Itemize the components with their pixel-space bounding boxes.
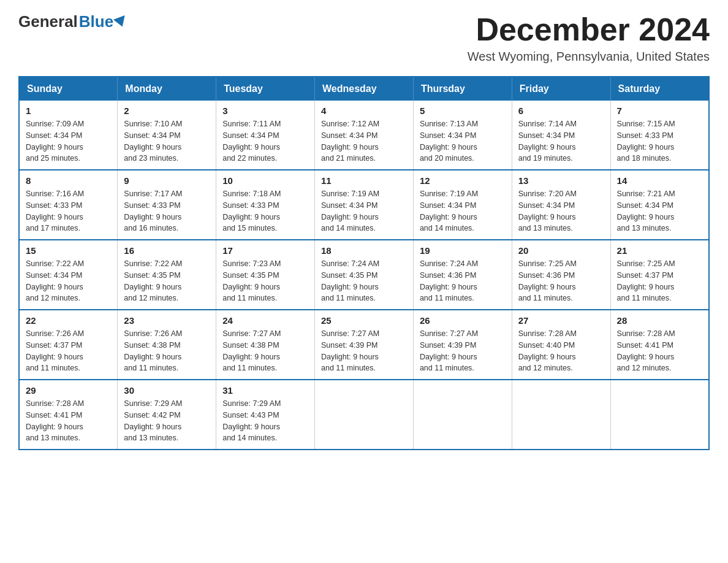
calendar-cell: [413, 380, 512, 450]
logo-triangle-icon: [113, 15, 128, 29]
day-info: Sunrise: 7:14 AM Sunset: 4:34 PM Dayligh…: [518, 118, 604, 164]
calendar-cell: 19 Sunrise: 7:24 AM Sunset: 4:36 PM Dayl…: [413, 240, 512, 310]
calendar-table: SundayMondayTuesdayWednesdayThursdayFrid…: [18, 76, 710, 450]
day-number: 20: [518, 245, 604, 256]
day-info: Sunrise: 7:28 AM Sunset: 4:41 PM Dayligh…: [26, 398, 111, 444]
logo-general-text: General: [18, 12, 78, 31]
header-thursday: Thursday: [413, 77, 512, 101]
calendar-cell: 18 Sunrise: 7:24 AM Sunset: 4:35 PM Dayl…: [315, 240, 414, 310]
day-info: Sunrise: 7:28 AM Sunset: 4:41 PM Dayligh…: [617, 328, 702, 374]
logo-blue-text: Blue: [79, 12, 113, 31]
day-number: 18: [321, 245, 407, 256]
day-number: 22: [26, 315, 111, 326]
calendar-week-row: 22 Sunrise: 7:26 AM Sunset: 4:37 PM Dayl…: [19, 310, 709, 380]
day-info: Sunrise: 7:28 AM Sunset: 4:40 PM Dayligh…: [518, 328, 604, 374]
day-number: 16: [124, 245, 210, 256]
day-info: Sunrise: 7:22 AM Sunset: 4:35 PM Dayligh…: [124, 258, 210, 304]
day-info: Sunrise: 7:27 AM Sunset: 4:38 PM Dayligh…: [222, 328, 308, 374]
calendar-cell: 13 Sunrise: 7:20 AM Sunset: 4:34 PM Dayl…: [512, 170, 610, 240]
calendar-cell: 2 Sunrise: 7:10 AM Sunset: 4:34 PM Dayli…: [118, 101, 216, 170]
calendar-cell: 21 Sunrise: 7:25 AM Sunset: 4:37 PM Dayl…: [610, 240, 709, 310]
day-info: Sunrise: 7:15 AM Sunset: 4:33 PM Dayligh…: [617, 118, 702, 164]
calendar-cell: 15 Sunrise: 7:22 AM Sunset: 4:34 PM Dayl…: [19, 240, 118, 310]
day-number: 26: [420, 315, 506, 326]
calendar-cell: 26 Sunrise: 7:27 AM Sunset: 4:39 PM Dayl…: [413, 310, 512, 380]
day-info: Sunrise: 7:29 AM Sunset: 4:43 PM Dayligh…: [222, 398, 308, 444]
calendar-cell: 7 Sunrise: 7:15 AM Sunset: 4:33 PM Dayli…: [610, 101, 709, 170]
day-number: 13: [518, 175, 604, 186]
header-saturday: Saturday: [610, 77, 709, 101]
calendar-cell: 8 Sunrise: 7:16 AM Sunset: 4:33 PM Dayli…: [19, 170, 118, 240]
day-number: 4: [321, 105, 407, 116]
day-number: 11: [321, 175, 407, 186]
day-number: 19: [420, 245, 506, 256]
day-number: 1: [26, 105, 111, 116]
day-number: 21: [617, 245, 702, 256]
calendar-cell: 30 Sunrise: 7:29 AM Sunset: 4:42 PM Dayl…: [118, 380, 216, 450]
day-info: Sunrise: 7:29 AM Sunset: 4:42 PM Dayligh…: [124, 398, 210, 444]
calendar-cell: 14 Sunrise: 7:21 AM Sunset: 4:34 PM Dayl…: [610, 170, 709, 240]
day-number: 10: [222, 175, 308, 186]
calendar-cell: 10 Sunrise: 7:18 AM Sunset: 4:33 PM Dayl…: [216, 170, 315, 240]
header-sunday: Sunday: [19, 77, 118, 101]
day-info: Sunrise: 7:24 AM Sunset: 4:36 PM Dayligh…: [420, 258, 506, 304]
calendar-cell: 4 Sunrise: 7:12 AM Sunset: 4:34 PM Dayli…: [315, 101, 414, 170]
logo-blue-part: Blue: [79, 12, 127, 31]
day-info: Sunrise: 7:10 AM Sunset: 4:34 PM Dayligh…: [124, 118, 210, 164]
day-number: 30: [124, 385, 210, 396]
day-info: Sunrise: 7:16 AM Sunset: 4:33 PM Dayligh…: [26, 188, 111, 234]
day-number: 24: [222, 315, 308, 326]
day-info: Sunrise: 7:19 AM Sunset: 4:34 PM Dayligh…: [321, 188, 407, 234]
day-number: 2: [124, 105, 210, 116]
day-number: 17: [222, 245, 308, 256]
day-info: Sunrise: 7:20 AM Sunset: 4:34 PM Dayligh…: [518, 188, 604, 234]
calendar-cell: 6 Sunrise: 7:14 AM Sunset: 4:34 PM Dayli…: [512, 101, 610, 170]
day-number: 6: [518, 105, 604, 116]
calendar-cell: 17 Sunrise: 7:23 AM Sunset: 4:35 PM Dayl…: [216, 240, 315, 310]
day-number: 8: [26, 175, 111, 186]
calendar-header-row: SundayMondayTuesdayWednesdayThursdayFrid…: [19, 77, 709, 101]
calendar-cell: 12 Sunrise: 7:19 AM Sunset: 4:34 PM Dayl…: [413, 170, 512, 240]
calendar-cell: 25 Sunrise: 7:27 AM Sunset: 4:39 PM Dayl…: [315, 310, 414, 380]
day-info: Sunrise: 7:27 AM Sunset: 4:39 PM Dayligh…: [321, 328, 407, 374]
day-info: Sunrise: 7:26 AM Sunset: 4:38 PM Dayligh…: [124, 328, 210, 374]
day-info: Sunrise: 7:12 AM Sunset: 4:34 PM Dayligh…: [321, 118, 407, 164]
day-info: Sunrise: 7:09 AM Sunset: 4:34 PM Dayligh…: [26, 118, 111, 164]
calendar-cell: 31 Sunrise: 7:29 AM Sunset: 4:43 PM Dayl…: [216, 380, 315, 450]
day-number: 23: [124, 315, 210, 326]
calendar-cell: 28 Sunrise: 7:28 AM Sunset: 4:41 PM Dayl…: [610, 310, 709, 380]
calendar-cell: [315, 380, 414, 450]
day-info: Sunrise: 7:25 AM Sunset: 4:36 PM Dayligh…: [518, 258, 604, 304]
calendar-week-row: 1 Sunrise: 7:09 AM Sunset: 4:34 PM Dayli…: [19, 101, 709, 170]
day-info: Sunrise: 7:11 AM Sunset: 4:34 PM Dayligh…: [222, 118, 308, 164]
calendar-week-row: 8 Sunrise: 7:16 AM Sunset: 4:33 PM Dayli…: [19, 170, 709, 240]
day-number: 28: [617, 315, 702, 326]
day-number: 15: [26, 245, 111, 256]
day-number: 14: [617, 175, 702, 186]
page-header: General Blue December 2024 West Wyoming,…: [18, 12, 710, 64]
day-info: Sunrise: 7:23 AM Sunset: 4:35 PM Dayligh…: [222, 258, 308, 304]
day-info: Sunrise: 7:24 AM Sunset: 4:35 PM Dayligh…: [321, 258, 407, 304]
calendar-cell: 29 Sunrise: 7:28 AM Sunset: 4:41 PM Dayl…: [19, 380, 118, 450]
day-number: 5: [420, 105, 506, 116]
header-monday: Monday: [118, 77, 216, 101]
day-info: Sunrise: 7:27 AM Sunset: 4:39 PM Dayligh…: [420, 328, 506, 374]
calendar-cell: 27 Sunrise: 7:28 AM Sunset: 4:40 PM Dayl…: [512, 310, 610, 380]
day-number: 27: [518, 315, 604, 326]
location-subtitle: West Wyoming, Pennsylvania, United State…: [468, 50, 710, 64]
day-info: Sunrise: 7:26 AM Sunset: 4:37 PM Dayligh…: [26, 328, 111, 374]
day-info: Sunrise: 7:22 AM Sunset: 4:34 PM Dayligh…: [26, 258, 111, 304]
calendar-cell: 9 Sunrise: 7:17 AM Sunset: 4:33 PM Dayli…: [118, 170, 216, 240]
calendar-cell: 22 Sunrise: 7:26 AM Sunset: 4:37 PM Dayl…: [19, 310, 118, 380]
day-info: Sunrise: 7:17 AM Sunset: 4:33 PM Dayligh…: [124, 188, 210, 234]
calendar-cell: 23 Sunrise: 7:26 AM Sunset: 4:38 PM Dayl…: [118, 310, 216, 380]
month-title: December 2024: [468, 12, 710, 47]
calendar-cell: 24 Sunrise: 7:27 AM Sunset: 4:38 PM Dayl…: [216, 310, 315, 380]
header-friday: Friday: [512, 77, 610, 101]
logo: General Blue: [18, 12, 127, 31]
day-number: 31: [222, 385, 308, 396]
day-number: 3: [222, 105, 308, 116]
calendar-cell: 1 Sunrise: 7:09 AM Sunset: 4:34 PM Dayli…: [19, 101, 118, 170]
day-number: 7: [617, 105, 702, 116]
day-number: 9: [124, 175, 210, 186]
